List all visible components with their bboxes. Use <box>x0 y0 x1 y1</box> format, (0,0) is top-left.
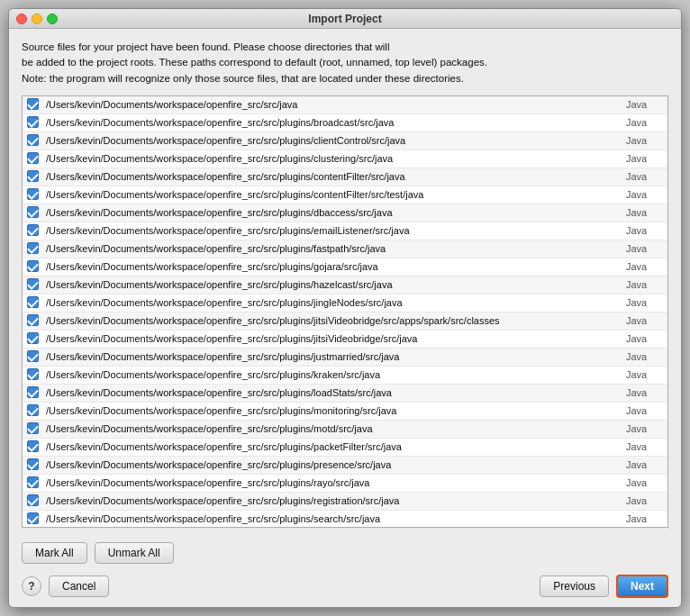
checkbox-cell <box>23 222 42 240</box>
directory-path: /Users/kevin/Documents/workspace/openfir… <box>42 276 622 294</box>
directory-type: Java <box>622 96 667 114</box>
checkbox-cell <box>23 312 42 330</box>
checkbox-cell <box>23 474 42 492</box>
directory-path: /Users/kevin/Documents/workspace/openfir… <box>42 186 622 204</box>
directory-checkbox[interactable] <box>27 188 39 200</box>
directory-type: Java <box>622 348 667 366</box>
help-button[interactable]: ? <box>22 576 41 596</box>
checkbox-cell <box>23 492 42 510</box>
directory-checkbox[interactable] <box>27 224 39 236</box>
directory-path: /Users/kevin/Documents/workspace/openfir… <box>42 492 622 510</box>
table-row: /Users/kevin/Documents/workspace/openfir… <box>23 510 667 528</box>
directory-checkbox[interactable] <box>27 98 39 110</box>
checkbox-cell <box>23 276 42 294</box>
directory-type: Java <box>622 131 667 149</box>
directory-checkbox[interactable] <box>27 242 39 254</box>
checkbox-cell <box>23 149 42 168</box>
main-content: Source files for your project have been … <box>9 29 681 537</box>
table-row: /Users/kevin/Documents/workspace/openfir… <box>23 402 667 420</box>
directory-type: Java <box>622 312 667 330</box>
directory-checkbox[interactable] <box>27 404 39 416</box>
table-row: /Users/kevin/Documents/workspace/openfir… <box>23 204 667 222</box>
directory-path: /Users/kevin/Documents/workspace/openfir… <box>42 294 622 312</box>
directories-list: /Users/kevin/Documents/workspace/openfir… <box>23 96 667 528</box>
checkbox-cell <box>23 366 42 384</box>
table-row: /Users/kevin/Documents/workspace/openfir… <box>23 456 667 474</box>
minimize-button[interactable] <box>32 14 42 24</box>
directory-checkbox[interactable] <box>27 512 39 524</box>
cancel-button[interactable]: Cancel <box>49 575 109 597</box>
directory-type: Java <box>622 168 667 186</box>
table-row: /Users/kevin/Documents/workspace/openfir… <box>23 258 667 276</box>
checkbox-cell <box>23 258 42 276</box>
directory-checkbox[interactable] <box>27 332 39 344</box>
directory-checkbox[interactable] <box>27 368 39 380</box>
directory-path: /Users/kevin/Documents/workspace/openfir… <box>42 258 622 276</box>
directory-type: Java <box>622 420 667 438</box>
directory-path: /Users/kevin/Documents/workspace/openfir… <box>42 222 622 240</box>
directory-type: Java <box>622 149 667 168</box>
checkbox-cell <box>23 330 42 348</box>
directory-type: Java <box>622 384 667 402</box>
table-row: /Users/kevin/Documents/workspace/openfir… <box>23 366 667 384</box>
desc-line3: Note: the program will recognize only th… <box>22 73 464 84</box>
directory-type: Java <box>622 510 667 528</box>
directory-checkbox[interactable] <box>27 458 39 470</box>
directory-checkbox[interactable] <box>27 494 39 506</box>
directory-checkbox[interactable] <box>27 134 39 146</box>
checkbox-cell <box>23 402 42 420</box>
directory-checkbox[interactable] <box>27 152 39 164</box>
description-text: Source files for your project have been … <box>22 40 668 86</box>
checkbox-cell <box>23 96 42 114</box>
titlebar: Import Project <box>9 9 681 29</box>
directory-type: Java <box>622 366 667 384</box>
table-row: /Users/kevin/Documents/workspace/openfir… <box>23 330 667 348</box>
table-row: /Users/kevin/Documents/workspace/openfir… <box>23 348 667 366</box>
directory-type: Java <box>622 276 667 294</box>
source-directories-table[interactable]: /Users/kevin/Documents/workspace/openfir… <box>22 95 668 528</box>
directory-type: Java <box>622 258 667 276</box>
close-button[interactable] <box>16 14 27 24</box>
directory-path: /Users/kevin/Documents/workspace/openfir… <box>42 113 622 131</box>
maximize-button[interactable] <box>47 14 58 24</box>
directory-path: /Users/kevin/Documents/workspace/openfir… <box>42 348 622 366</box>
directory-checkbox[interactable] <box>27 476 39 488</box>
directory-path: /Users/kevin/Documents/workspace/openfir… <box>42 168 622 186</box>
table-row: /Users/kevin/Documents/workspace/openfir… <box>23 113 667 131</box>
directory-checkbox[interactable] <box>27 116 39 128</box>
directory-checkbox[interactable] <box>27 386 39 398</box>
checkbox-cell <box>23 420 42 438</box>
directory-path: /Users/kevin/Documents/workspace/openfir… <box>42 474 622 492</box>
unmark-all-button[interactable]: Unmark All <box>95 542 174 564</box>
directory-path: /Users/kevin/Documents/workspace/openfir… <box>42 312 622 330</box>
desc-line2: be added to the project roots. These pat… <box>22 57 487 68</box>
directory-checkbox[interactable] <box>27 440 39 452</box>
directory-checkbox[interactable] <box>27 170 39 182</box>
window-title: Import Project <box>308 13 381 25</box>
checkbox-cell <box>23 131 42 149</box>
directory-path: /Users/kevin/Documents/workspace/openfir… <box>42 204 622 222</box>
directory-path: /Users/kevin/Documents/workspace/openfir… <box>42 402 622 420</box>
mark-all-button[interactable]: Mark All <box>22 542 87 564</box>
table-row: /Users/kevin/Documents/workspace/openfir… <box>23 186 667 204</box>
directory-path: /Users/kevin/Documents/workspace/openfir… <box>42 456 622 474</box>
table-row: /Users/kevin/Documents/workspace/openfir… <box>23 474 667 492</box>
table-row: /Users/kevin/Documents/workspace/openfir… <box>23 168 667 186</box>
checkbox-cell <box>23 168 42 186</box>
directory-checkbox[interactable] <box>27 296 39 308</box>
directory-checkbox[interactable] <box>27 422 39 434</box>
directory-checkbox[interactable] <box>27 260 39 272</box>
directory-type: Java <box>622 222 667 240</box>
bottom-right-controls: Previous Next <box>540 575 668 598</box>
table-row: /Users/kevin/Documents/workspace/openfir… <box>23 492 667 510</box>
directory-path: /Users/kevin/Documents/workspace/openfir… <box>42 330 622 348</box>
directory-checkbox[interactable] <box>27 314 39 326</box>
checkbox-cell <box>23 348 42 366</box>
directory-checkbox[interactable] <box>27 278 39 290</box>
directory-type: Java <box>622 294 667 312</box>
directory-checkbox[interactable] <box>27 350 39 362</box>
next-button[interactable]: Next <box>616 575 668 598</box>
previous-button[interactable]: Previous <box>540 575 609 597</box>
directory-checkbox[interactable] <box>27 206 39 218</box>
table-row: /Users/kevin/Documents/workspace/openfir… <box>23 312 667 330</box>
